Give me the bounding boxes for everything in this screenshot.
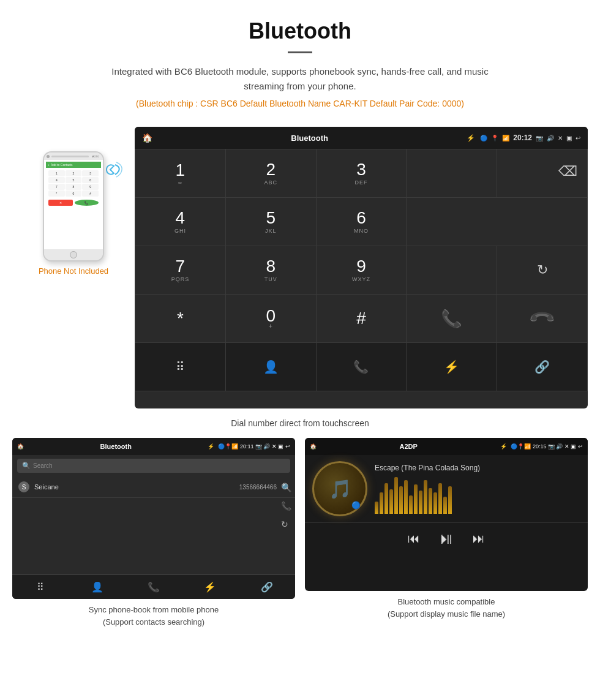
pb-tab-bluetooth[interactable]: ⚡ — [182, 575, 238, 599]
dial-tab-link[interactable]: 🔗 — [497, 343, 587, 391]
dial-key-2[interactable]: 2 ABC — [226, 149, 316, 197]
pb-tab-contacts[interactable]: 👤 — [69, 575, 125, 599]
camera-icon: 📷 — [536, 135, 543, 141]
page-description: Integrated with BC6 Bluetooth module, su… — [92, 64, 508, 94]
equalizer — [375, 477, 580, 514]
phonebook-contact-row[interactable]: S Seicane 13566664466 — [12, 476, 295, 498]
contact-name: Seicane — [34, 483, 59, 491]
skip-prev-button[interactable]: ⏮ — [408, 532, 420, 546]
dial-key-hash[interactable]: # — [317, 295, 407, 342]
eq-bar — [384, 483, 388, 514]
phonebook-search[interactable]: 🔍 Search — [17, 459, 290, 473]
window-icon: ▣ — [566, 135, 572, 141]
phone-not-included-label: Phone Not Included — [39, 266, 108, 276]
title-divider — [288, 51, 312, 53]
eq-bar — [414, 484, 418, 514]
playback-controls: ⏮ ⏯ ⏭ — [305, 522, 588, 554]
eq-bar — [399, 486, 403, 514]
bluetooth-signal-icon — [102, 157, 122, 185]
dial-key-star[interactable]: * — [135, 295, 225, 342]
contact-number: 13566664466 — [239, 484, 277, 491]
eq-bar — [433, 492, 437, 514]
dial-key-0[interactable]: 0 + — [226, 295, 316, 342]
close-icon: ✕ — [558, 135, 563, 141]
eq-bar — [409, 495, 413, 514]
eq-bar — [438, 483, 442, 514]
dial-key-1[interactable]: 1 ∞ — [135, 149, 225, 197]
bluetooth-status-icon: 🔵 — [480, 135, 487, 141]
dial-backspace[interactable]: ⌫ — [497, 149, 587, 197]
pb-refresh-side-icon[interactable]: ↻ — [281, 519, 291, 529]
dial-key-5[interactable]: 5 JKL — [226, 198, 316, 246]
pb-call-side-icon[interactable]: 📞 — [281, 501, 291, 511]
pb-search-side-icon[interactable]: 🔍 — [281, 483, 291, 492]
eq-bar — [394, 477, 398, 514]
dial-status-bar: 🏠 Bluetooth ⚡ 🔵 📍 📶 20:12 📷 🔊 ✕ ▣ ↩ — [135, 127, 588, 149]
home-icon: 🏠 — [142, 133, 152, 143]
dial-key-6[interactable]: 6 MNO — [317, 198, 407, 246]
dial-empty-1 — [407, 149, 497, 197]
dial-end-button[interactable]: 📞 — [497, 295, 587, 342]
music-main: 🎵 🔵 Escape (The Pina Colada Song) — [305, 455, 588, 522]
dial-tab-bluetooth[interactable]: ⚡ — [407, 343, 497, 391]
music-screen: 🏠 A2DP ⚡ 🔵📍📶 20:15 📷 🔊 ✕ ▣ ↩ 🎵 🔵 Escape … — [305, 438, 588, 591]
music-screenshot-item: 🏠 A2DP ⚡ 🔵📍📶 20:15 📷 🔊 ✕ ▣ ↩ 🎵 🔵 Escape … — [305, 438, 588, 628]
page-title: Bluetooth — [12, 18, 588, 44]
eq-bar — [389, 489, 393, 514]
dial-tab-phone[interactable]: 📞 — [317, 343, 407, 391]
ms-home-icon: 🏠 — [310, 443, 317, 450]
bottom-screenshots: 🏠 Bluetooth ⚡ 🔵📍📶 20:11 📷 🔊 ✕ ▣ ↩ 🔍 Sear… — [12, 438, 588, 628]
phonebook-tabs: ⠿ 👤 📞 ⚡ 🔗 — [12, 574, 295, 599]
dial-key-4[interactable]: 4 GHI — [135, 198, 225, 246]
dial-call-button[interactable]: 📞 — [407, 295, 497, 342]
contact-avatar: S — [18, 481, 29, 492]
bluetooth-specs: (Bluetooth chip : CSR BC6 Default Blueto… — [12, 99, 588, 108]
phone-device: MOTO + Add to Contacts 123 456 789 — [43, 151, 104, 262]
music-note-icon: 🎵 — [329, 478, 351, 500]
eq-bar — [424, 480, 427, 514]
dial-pad-screen: 🏠 Bluetooth ⚡ 🔵 📍 📶 20:12 📷 🔊 ✕ ▣ ↩ — [135, 127, 588, 408]
music-caption: Bluetooth music compatible (Support disp… — [388, 596, 505, 620]
phonebook-caption: Sync phone-book from mobile phone (Suppo… — [89, 604, 219, 628]
dial-key-8[interactable]: 8 TUV — [226, 246, 316, 294]
song-info: Escape (The Pina Colada Song) — [375, 464, 580, 514]
dial-key-9[interactable]: 9 WXYZ — [317, 246, 407, 294]
location-icon: 📍 — [491, 135, 498, 141]
dial-key-3[interactable]: 3 DEF — [317, 149, 407, 197]
phone-area: MOTO + Add to Contacts 123 456 789 — [12, 127, 135, 276]
music-bt-icon: 🔵 — [351, 501, 361, 510]
dial-key-7[interactable]: 7 PQRS — [135, 246, 225, 294]
eq-bar — [429, 488, 432, 514]
pb-tab-phone[interactable]: 📞 — [126, 575, 182, 599]
phonebook-screen: 🏠 Bluetooth ⚡ 🔵📍📶 20:11 📷 🔊 ✕ ▣ ↩ 🔍 Sear… — [12, 438, 295, 599]
eq-bar — [380, 492, 383, 514]
eq-bar — [448, 486, 452, 514]
search-icon: 🔍 — [22, 462, 31, 470]
song-title: Escape (The Pina Colada Song) — [375, 464, 580, 472]
play-pause-button[interactable]: ⏯ — [438, 529, 454, 548]
album-art: 🎵 🔵 — [312, 461, 367, 516]
dial-tab-contacts[interactable]: 👤 — [226, 343, 316, 391]
eq-bar — [419, 491, 422, 514]
pb-home-icon: 🏠 — [17, 443, 24, 450]
dial-empty-3 — [407, 246, 497, 294]
volume-icon: 🔊 — [547, 135, 554, 141]
dial-tab-keypad[interactable]: ⠿ — [135, 343, 225, 391]
eq-bar — [375, 502, 378, 514]
phonebook-content: S Seicane 13566664466 🔍 📞 ↻ — [12, 476, 295, 574]
skip-next-button[interactable]: ⏭ — [473, 532, 485, 546]
phonebook-screenshot-item: 🏠 Bluetooth ⚡ 🔵📍📶 20:11 📷 🔊 ✕ ▣ ↩ 🔍 Sear… — [12, 438, 295, 628]
dial-empty-2 — [407, 198, 587, 246]
time-display: 20:12 — [513, 134, 532, 142]
dial-refresh[interactable]: ↻ — [497, 246, 587, 294]
eq-bar — [443, 497, 447, 514]
usb-icon: ⚡ — [467, 134, 475, 142]
pb-tab-keypad[interactable]: ⠿ — [12, 575, 69, 599]
pb-tab-link[interactable]: 🔗 — [239, 575, 295, 599]
dial-caption: Dial number direct from touchscreen — [231, 418, 369, 428]
signal-icon: 📶 — [502, 135, 509, 141]
dial-screen-title: Bluetooth — [157, 134, 462, 143]
eq-bar — [404, 480, 408, 514]
back-icon: ↩ — [576, 135, 580, 141]
